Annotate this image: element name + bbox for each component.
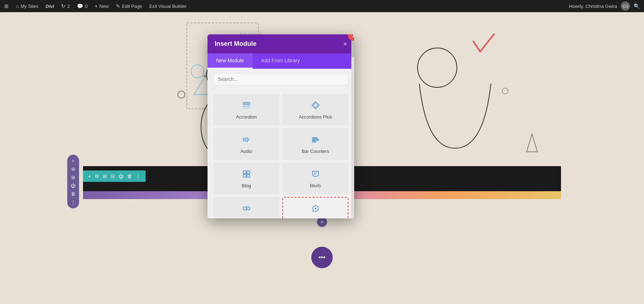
updates-icon: ↻	[61, 3, 65, 9]
updates-menu[interactable]: ↻ 2	[61, 3, 70, 9]
bar-counters-icon	[311, 135, 320, 146]
comments-icon: 💬	[77, 3, 83, 9]
blurb-label: Blurb	[310, 183, 321, 188]
home-icon: ⌂	[16, 3, 19, 9]
modal-scrollbar-thumb[interactable]	[351, 36, 354, 57]
accordions-plus-icon	[311, 101, 320, 111]
blog-icon	[242, 170, 251, 180]
svg-rect-19	[312, 141, 316, 142]
wp-icon: ⊞	[4, 3, 9, 9]
svg-rect-21	[247, 171, 250, 174]
edit-icon: ✎	[116, 3, 120, 9]
admin-bar-right: Howdy, Christina Gwira CG 🔍	[569, 1, 640, 11]
accordion-label: Accordion	[236, 114, 257, 120]
button-label: Button	[240, 217, 253, 218]
call-to-action-label: Call To Action	[301, 217, 330, 218]
search-area	[208, 69, 354, 90]
module-grid: Accordion Accordions Plus Audio	[208, 90, 354, 218]
accordions-plus-label: Accordions Plus	[299, 114, 332, 120]
page-canvas: + + + + ⚙ ⊞ ⏻ 🗑 ⋮ + ⚙ ⊞ ⊟ ⏻ 🗑 ⋮ + +	[0, 12, 644, 304]
module-blurb[interactable]: Blurb	[282, 163, 348, 194]
module-blog[interactable]: Blog	[213, 163, 279, 194]
plus-icon: +	[95, 3, 98, 9]
modal-header: Insert Module ×	[208, 34, 354, 53]
svg-rect-22	[243, 174, 246, 177]
new-menu[interactable]: + New	[95, 3, 109, 9]
avatar: CG	[621, 1, 630, 11]
modal-scrollbar[interactable]	[351, 34, 354, 218]
insert-module-modal: 1 Insert Module × New Module Add From Li…	[208, 34, 354, 218]
module-audio[interactable]: Audio	[213, 128, 279, 160]
modal-overlay: 1 Insert Module × New Module Add From Li…	[0, 12, 644, 304]
blurb-icon	[311, 170, 320, 180]
svg-rect-14	[243, 105, 250, 106]
my-sites[interactable]: ⌂ My Sites	[16, 3, 38, 9]
bar-counters-label: Bar Counters	[302, 149, 329, 154]
divi-menu[interactable]: Divi	[45, 4, 54, 9]
modal-tabs: New Module Add From Library	[208, 53, 354, 69]
module-accordions-plus[interactable]: Accordions Plus	[282, 94, 348, 125]
accordion-icon	[242, 101, 251, 111]
search-icon[interactable]: 🔍	[634, 3, 640, 9]
wp-logo[interactable]: ⊞	[4, 3, 9, 9]
svg-rect-13	[243, 102, 250, 104]
blog-label: Blog	[241, 183, 251, 188]
tab-new-module[interactable]: New Module	[208, 53, 253, 69]
svg-rect-15	[243, 107, 250, 108]
admin-bar: ⊞ ⌂ My Sites Divi ↻ 2 💬 0 + New ✎ Edit P…	[0, 0, 644, 12]
module-bar-counters[interactable]: Bar Counters	[282, 128, 348, 160]
divi-icon: Divi	[45, 4, 54, 9]
button-icon	[242, 204, 251, 214]
module-call-to-action[interactable]: Call To Action	[282, 197, 348, 218]
module-button[interactable]: Button	[213, 197, 279, 218]
modal-title: Insert Module	[215, 40, 257, 48]
svg-rect-17	[312, 137, 317, 139]
call-to-action-icon	[311, 204, 320, 214]
module-search-input[interactable]	[213, 73, 348, 85]
audio-icon	[242, 135, 251, 146]
exit-vb-button[interactable]: Exit Visual Builder	[149, 4, 187, 9]
svg-rect-16	[243, 138, 245, 141]
audio-label: Audio	[240, 149, 252, 154]
modal-close-button[interactable]: ×	[343, 41, 347, 47]
comments-menu[interactable]: 💬 0	[77, 3, 87, 9]
svg-rect-23	[247, 174, 250, 177]
edit-page-link[interactable]: ✎ Edit Page	[116, 3, 142, 9]
module-accordion[interactable]: Accordion	[213, 94, 279, 125]
svg-rect-20	[243, 171, 246, 174]
tab-add-from-library[interactable]: Add From Library	[253, 53, 308, 69]
svg-rect-18	[312, 139, 319, 140]
